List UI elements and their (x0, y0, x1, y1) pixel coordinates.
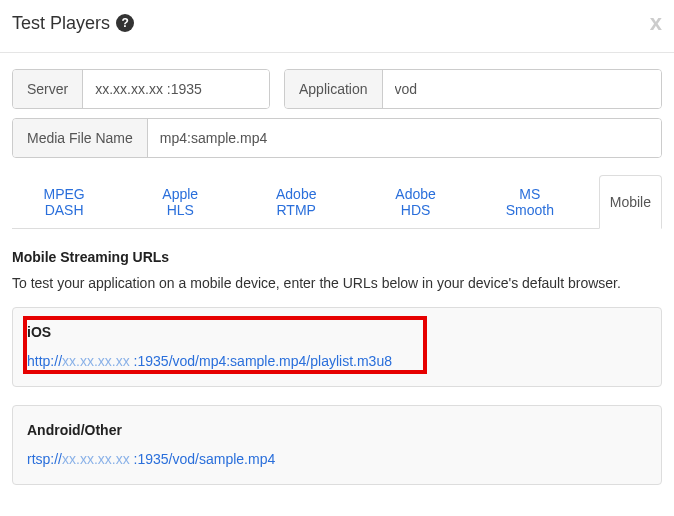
panel-ios: iOS http://xx.xx.xx.xx :1935/vod/mp4:sam… (12, 307, 662, 387)
title-text: Test Players (12, 13, 110, 34)
ios-url-link[interactable]: http://xx.xx.xx.xx :1935/vod/mp4:sample.… (27, 353, 392, 369)
application-group: Application (284, 69, 662, 109)
row-server-app: Server Application (12, 69, 662, 109)
server-label: Server (13, 70, 83, 108)
application-label: Application (285, 70, 383, 108)
ios-url-prefix: http:// (27, 353, 62, 369)
help-icon[interactable]: ? (116, 14, 134, 32)
ios-url-host: xx.xx.xx.xx (62, 353, 134, 369)
section-heading: Mobile Streaming URLs (12, 249, 662, 265)
modal-title: Test Players ? (12, 13, 134, 34)
android-heading: Android/Other (27, 422, 647, 438)
server-group: Server (12, 69, 270, 109)
close-button[interactable]: x (650, 10, 662, 36)
server-input[interactable] (83, 70, 270, 108)
modal-header: Test Players ? x (0, 0, 674, 53)
tab-adobe-rtmp[interactable]: Adobe RTMP (246, 175, 346, 229)
ios-heading: iOS (27, 324, 647, 340)
section-description: To test your application on a mobile dev… (12, 275, 662, 291)
tab-mpeg-dash[interactable]: MPEG DASH (14, 175, 114, 229)
android-url-prefix: rtsp:// (27, 451, 62, 467)
tab-mobile[interactable]: Mobile (599, 175, 662, 229)
media-label: Media File Name (13, 119, 148, 157)
ios-url-suffix: :1935/vod/mp4:sample.mp4/playlist.m3u8 (134, 353, 392, 369)
tab-ms-smooth[interactable]: MS Smooth (485, 175, 575, 229)
android-url-link[interactable]: rtsp://xx.xx.xx.xx :1935/vod/sample.mp4 (27, 451, 275, 467)
media-input[interactable] (148, 119, 661, 157)
android-url-host: xx.xx.xx.xx (62, 451, 134, 467)
tab-adobe-hds[interactable]: Adobe HDS (370, 175, 461, 229)
tab-apple-hls[interactable]: Apple HLS (138, 175, 222, 229)
panel-android: Android/Other rtsp://xx.xx.xx.xx :1935/v… (12, 405, 662, 485)
android-url-suffix: :1935/vod/sample.mp4 (134, 451, 276, 467)
application-input[interactable] (383, 70, 662, 108)
tabs: MPEG DASH Apple HLS Adobe RTMP Adobe HDS… (12, 174, 662, 229)
media-group: Media File Name (12, 118, 662, 158)
modal-content: Server Application Media File Name MPEG … (0, 53, 674, 516)
